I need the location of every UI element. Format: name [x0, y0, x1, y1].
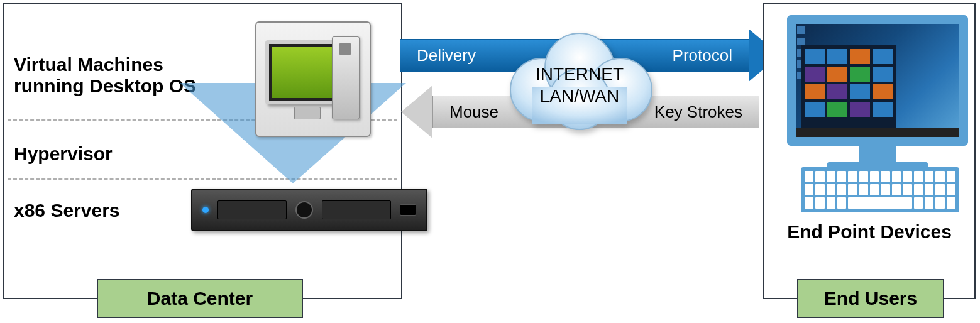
arrow-label-keystrokes: Key Strokes: [654, 102, 742, 122]
data-center-panel: Virtual Machines running Desktop OS Hype…: [3, 3, 402, 299]
start-menu-icon: [801, 45, 896, 128]
server-led-icon: [202, 207, 209, 213]
server-power-knob-icon: [295, 201, 313, 219]
taskbar-icon: [796, 128, 959, 137]
vm-desktop-icon: [255, 21, 371, 137]
cloud-label: INTERNET LAN/WAN: [503, 63, 656, 107]
vm-tower-icon: [332, 36, 360, 119]
end-users-caption-text: End Users: [824, 288, 917, 309]
endpoint-devices-label: End Point Devices: [764, 221, 974, 243]
input-return-arrow-head-icon: [401, 85, 432, 138]
arrow-label-protocol: Protocol: [673, 46, 732, 65]
vm-monitor-icon: [265, 40, 342, 104]
endpoint-pc-icon: [787, 15, 968, 168]
end-users-panel: End Point Devices: [763, 3, 976, 299]
server-bay-icon: [217, 200, 287, 219]
monitor-stand-icon: [859, 146, 896, 162]
keyboard-icon: [801, 167, 959, 212]
end-users-caption: End Users: [797, 279, 944, 318]
endpoint-monitor-icon: [787, 15, 968, 146]
data-center-caption: Data Center: [97, 279, 303, 318]
rack-server-icon: [191, 189, 427, 231]
cloud-line2: LAN/WAN: [503, 85, 656, 107]
data-center-caption-text: Data Center: [147, 288, 253, 309]
server-bay-icon: [322, 200, 391, 219]
cloud-line1: INTERNET: [503, 63, 656, 85]
arrow-label-delivery: Delivery: [417, 46, 476, 65]
arrow-label-mouse: Mouse: [449, 102, 498, 122]
layer-servers-label: x86 Servers: [14, 200, 120, 221]
server-button-icon: [400, 204, 416, 216]
layer-hypervisor-label: Hypervisor: [14, 143, 113, 165]
